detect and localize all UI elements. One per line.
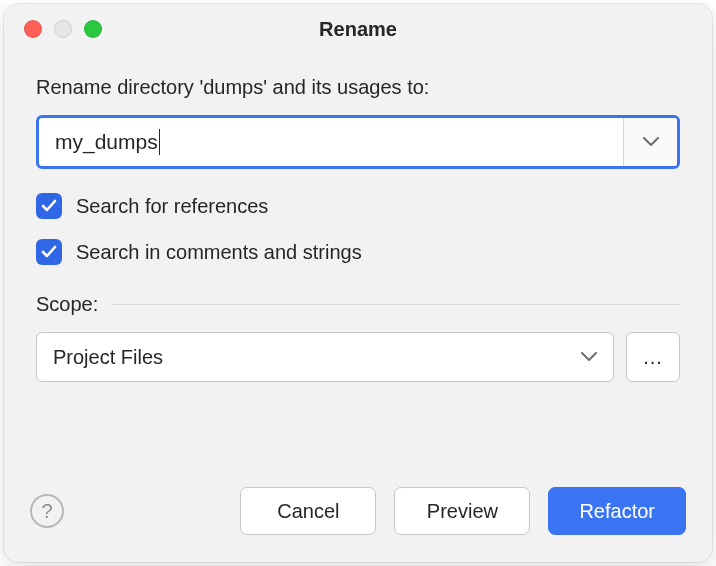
scope-separator: [112, 304, 680, 305]
text-caret: [159, 129, 160, 155]
preview-button-label: Preview: [427, 500, 498, 523]
preview-button[interactable]: Preview: [394, 487, 530, 535]
cancel-button-label: Cancel: [277, 500, 339, 523]
rename-input[interactable]: my_dumps: [39, 118, 623, 166]
rename-dialog: Rename Rename directory 'dumps' and its …: [4, 4, 712, 562]
refactor-button-label: Refactor: [579, 500, 655, 523]
minimize-window-button: [54, 20, 72, 38]
refactor-button[interactable]: Refactor: [548, 487, 686, 535]
dialog-title: Rename: [4, 18, 712, 41]
rename-input-value: my_dumps: [55, 130, 158, 154]
close-window-button[interactable]: [24, 20, 42, 38]
scope-label: Scope:: [36, 293, 98, 316]
scope-header: Scope:: [36, 293, 680, 316]
search-references-checkbox[interactable]: [36, 193, 62, 219]
rename-prompt: Rename directory 'dumps' and its usages …: [36, 76, 680, 99]
dialog-content: Rename directory 'dumps' and its usages …: [4, 54, 712, 480]
traffic-lights: [24, 20, 102, 38]
help-icon: ?: [41, 500, 52, 523]
rename-history-dropdown[interactable]: [623, 118, 677, 166]
search-references-row[interactable]: Search for references: [36, 193, 680, 219]
dialog-footer: ? Cancel Preview Refactor: [4, 480, 712, 562]
search-comments-checkbox[interactable]: [36, 239, 62, 265]
scope-row: Project Files ...: [36, 332, 680, 382]
scope-more-button[interactable]: ...: [626, 332, 680, 382]
chevron-down-icon: [643, 137, 659, 147]
search-comments-row[interactable]: Search in comments and strings: [36, 239, 680, 265]
search-references-label: Search for references: [76, 195, 268, 218]
options-group: Search for references Search in comments…: [36, 193, 680, 265]
scope-selected-value: Project Files: [53, 346, 163, 369]
titlebar: Rename: [4, 4, 712, 54]
help-button[interactable]: ?: [30, 494, 64, 528]
checkmark-icon: [41, 199, 57, 213]
search-comments-label: Search in comments and strings: [76, 241, 362, 264]
chevron-down-icon: [581, 352, 597, 362]
zoom-window-button[interactable]: [84, 20, 102, 38]
scope-select[interactable]: Project Files: [36, 332, 614, 382]
rename-input-row: my_dumps: [36, 115, 680, 169]
scope-group: Scope: Project Files ...: [36, 293, 680, 382]
more-button-label: ...: [643, 346, 663, 369]
cancel-button[interactable]: Cancel: [240, 487, 376, 535]
checkmark-icon: [41, 245, 57, 259]
